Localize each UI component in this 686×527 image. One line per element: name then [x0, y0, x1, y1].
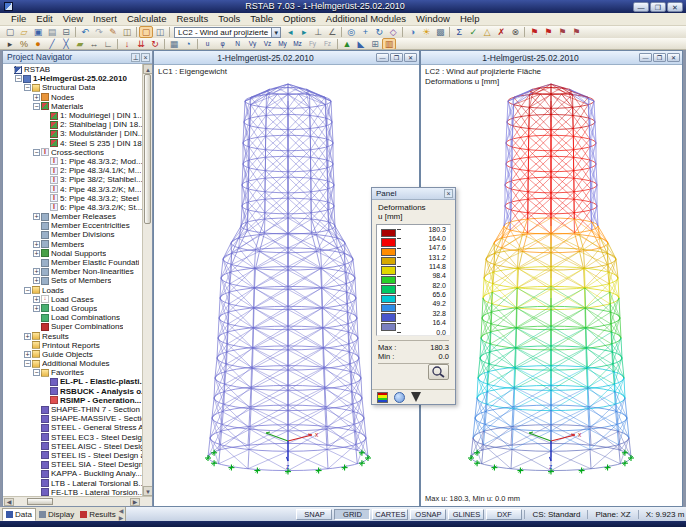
- flag-red-1-icon[interactable]: ⚑: [527, 26, 541, 38]
- tree-item[interactable]: EL-PL - Elastic-plasti...: [3, 377, 152, 386]
- menu-file[interactable]: File: [6, 13, 31, 25]
- expand-icon[interactable]: +: [33, 305, 40, 312]
- tree-item[interactable]: FE-LTB - Lateral Torsion...: [3, 488, 152, 496]
- menu-insert[interactable]: Insert: [88, 13, 122, 25]
- tree-item[interactable]: 4: Steel S 235 | DIN 18...: [3, 139, 152, 148]
- save-icon[interactable]: ▣: [31, 26, 45, 38]
- panel-title-bar[interactable]: Panel ×: [372, 188, 455, 200]
- menu-table[interactable]: Table: [245, 13, 278, 25]
- tree-item[interactable]: +Member Non-linearities: [3, 267, 152, 276]
- isometric-view-icon[interactable]: ◇: [386, 26, 400, 38]
- minimize-icon[interactable]: —: [639, 53, 652, 62]
- minimize-icon[interactable]: —: [376, 53, 389, 62]
- tree-item[interactable]: 3: Modulständer | DIN...: [3, 129, 152, 138]
- restore-icon[interactable]: ❐: [390, 53, 403, 62]
- collapse-icon[interactable]: −: [33, 103, 40, 110]
- tree-item[interactable]: −1-Helmgerüst-25.02.2010: [3, 74, 152, 83]
- chevron-down-icon[interactable]: ▼: [271, 28, 280, 37]
- collapse-icon[interactable]: −: [24, 84, 31, 91]
- tree-item[interactable]: STEEL SIA - Steel Design: [3, 460, 152, 469]
- tree-item[interactable]: Super Combinations: [3, 322, 152, 331]
- undo-icon[interactable]: ↶: [78, 26, 92, 38]
- tree-item[interactable]: RSIMP - Generation...: [3, 396, 152, 405]
- lighting-icon[interactable]: ☀: [419, 26, 433, 38]
- tree-item[interactable]: 3: Pipe 38/2; Stahlbel...: [3, 175, 152, 184]
- edit-icon[interactable]: ✎: [106, 26, 120, 38]
- view-table-icon[interactable]: ▦: [167, 38, 181, 50]
- scroll-up-icon[interactable]: ▲: [143, 64, 152, 74]
- expand-icon[interactable]: +: [33, 277, 40, 284]
- expand-icon[interactable]: +: [33, 296, 40, 303]
- navigator-tab-data[interactable]: Data: [2, 508, 36, 521]
- tree-item[interactable]: RSTAB: [3, 65, 152, 74]
- result-phi-button[interactable]: φ: [215, 38, 230, 50]
- tree-item[interactable]: LTB - Lateral Torsional B...: [3, 478, 152, 487]
- tree-item[interactable]: +Member Releases: [3, 212, 152, 221]
- menu-options[interactable]: Options: [278, 13, 321, 25]
- prev-load-case-icon[interactable]: ◂: [283, 26, 297, 38]
- status-toggle-snap[interactable]: SNAP: [296, 509, 332, 520]
- flag-marker-2-icon[interactable]: ⚑: [569, 26, 583, 38]
- tree-item[interactable]: 6: Pipe 48.3/3.2/K; St...: [3, 203, 152, 212]
- status-toggle-dxf[interactable]: DXF: [486, 509, 522, 520]
- model-view-canvas-right[interactable]: LC2 : Wind auf projizierte FlächeDeforma…: [421, 65, 682, 506]
- status-toggle-grid[interactable]: GRID: [334, 509, 370, 520]
- next-load-case-icon[interactable]: ▸: [297, 26, 311, 38]
- menu-tools[interactable]: Tools: [213, 13, 245, 25]
- menu-edit[interactable]: Edit: [31, 13, 57, 25]
- result-u-button[interactable]: u: [200, 38, 215, 50]
- member-load-icon[interactable]: ⇊: [134, 38, 148, 50]
- result-Fz-button[interactable]: Fz: [320, 38, 335, 50]
- axes-icon[interactable]: ⊥: [311, 26, 325, 38]
- pin-icon[interactable]: ⊥: [131, 53, 140, 62]
- tree-item[interactable]: −Structural Data: [3, 83, 152, 92]
- tree-item[interactable]: SHAPE-MASSIVE - Sectio: [3, 414, 152, 423]
- expand-icon[interactable]: +: [24, 333, 31, 340]
- tree-item[interactable]: Printout Reports: [3, 341, 152, 350]
- scrollbar-thumb[interactable]: [144, 74, 151, 224]
- flag-red-2-icon[interactable]: ⚑: [541, 26, 555, 38]
- result-N-button[interactable]: N: [230, 38, 245, 50]
- menu-view[interactable]: View: [58, 13, 88, 25]
- scrollbar-thumb[interactable]: [27, 498, 53, 505]
- status-toggle-glines[interactable]: GLINES: [448, 509, 484, 520]
- tree-item[interactable]: Member Eccentricities: [3, 221, 152, 230]
- tree-item[interactable]: +Nodal Supports: [3, 249, 152, 258]
- measure-tool-icon[interactable]: ∟: [101, 38, 115, 50]
- tree-item[interactable]: RSBUCK - Analysis o...: [3, 387, 152, 396]
- tree-item[interactable]: +Guide Objects: [3, 350, 152, 359]
- result-Fy-button[interactable]: Fy: [305, 38, 320, 50]
- tables-toggle-icon[interactable]: ⊞: [368, 38, 382, 50]
- status-toggle-osnap[interactable]: OSNAP: [410, 509, 446, 520]
- tree-item[interactable]: Member Elastic Foundati: [3, 258, 152, 267]
- close-icon[interactable]: ✕: [667, 53, 680, 62]
- tree-item[interactable]: 2: Pipe 48.3/4.1/K; M...: [3, 166, 152, 175]
- result-Mz-button[interactable]: Mz: [290, 38, 305, 50]
- tree-item[interactable]: +Results: [3, 331, 152, 340]
- tree-vertical-scrollbar[interactable]: ▲ ▼: [142, 64, 152, 496]
- expand-icon[interactable]: +: [33, 241, 40, 248]
- nodal-load-icon[interactable]: ↓: [120, 38, 134, 50]
- tree-item[interactable]: +Members: [3, 240, 152, 249]
- scroll-right-icon[interactable]: ▶: [130, 498, 140, 506]
- node-tool-icon[interactable]: ●: [31, 38, 45, 50]
- render-icon[interactable]: ◑: [405, 26, 419, 38]
- line-tool-icon[interactable]: ╱: [45, 38, 59, 50]
- work-window-icon[interactable]: ▢: [139, 26, 153, 38]
- color-scale-tab-icon[interactable]: [377, 392, 388, 403]
- delete-results-icon[interactable]: ✗: [494, 26, 508, 38]
- menu-additional-modules[interactable]: Additional Modules: [321, 13, 411, 25]
- tree-item[interactable]: −Favorites: [3, 368, 152, 377]
- tab-scroll-icons[interactable]: ◀ ▶: [119, 507, 124, 521]
- export-icon[interactable]: ▤: [45, 26, 59, 38]
- expand-icon[interactable]: +: [33, 268, 40, 275]
- tree-item[interactable]: 1: Pipe 48.3/3.2; Mod...: [3, 157, 152, 166]
- navigator-close-icon[interactable]: ×: [141, 53, 150, 62]
- rotate-view-icon[interactable]: ↻: [372, 26, 386, 38]
- deformation-display-icon[interactable]: ◣: [354, 38, 368, 50]
- viewport-right-title-bar[interactable]: 1-Helmgerüst-25.02.2010 — ❐ ✕: [421, 51, 682, 65]
- connect-members-icon[interactable]: ⊗: [508, 26, 522, 38]
- member-tool-icon[interactable]: ╳: [59, 38, 73, 50]
- tree-item[interactable]: Member Divisions: [3, 230, 152, 239]
- dimension-icon[interactable]: ∠: [325, 26, 339, 38]
